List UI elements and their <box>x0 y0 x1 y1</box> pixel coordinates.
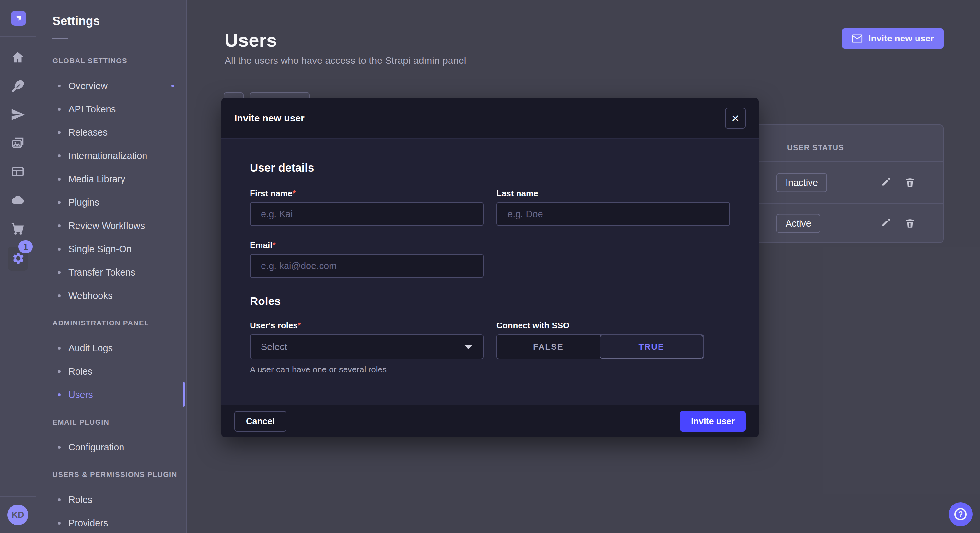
modal-body: User details First name* Last name Email… <box>221 139 759 405</box>
sso-toggle: FALSE TRUE <box>496 334 704 359</box>
modal-header: Invite new user × <box>221 98 759 139</box>
roles-heading: Roles <box>250 295 730 308</box>
required-asterisk: * <box>272 240 275 250</box>
roles-select-value: Select <box>261 342 287 352</box>
first-name-field: First name* <box>250 189 484 226</box>
email-field: Email* <box>250 240 484 278</box>
chevron-down-icon <box>464 344 473 349</box>
sso-field: Connect with SSO FALSE TRUE <box>496 320 730 374</box>
invite-user-modal: Invite new user × User details First nam… <box>221 98 759 437</box>
close-button[interactable]: × <box>725 108 746 128</box>
roles-select[interactable]: Select <box>250 334 484 359</box>
email-input[interactable] <box>250 254 484 278</box>
last-name-field: Last name <box>496 189 730 226</box>
cancel-button[interactable]: Cancel <box>234 411 286 431</box>
first-name-input[interactable] <box>250 202 484 226</box>
roles-hint: A user can have one or several roles <box>250 365 484 374</box>
sso-label: Connect with SSO <box>496 320 730 330</box>
required-asterisk: * <box>298 320 301 330</box>
modal-footer: Cancel Invite user <box>221 405 759 437</box>
last-name-input[interactable] <box>496 202 730 226</box>
user-roles-label: User's roles* <box>250 320 484 330</box>
close-icon: × <box>732 112 739 125</box>
user-roles-field: User's roles* Select A user can have one… <box>250 320 484 374</box>
first-name-label: First name* <box>250 189 484 198</box>
modal-title: Invite new user <box>234 113 305 124</box>
required-asterisk: * <box>293 189 296 198</box>
strapi-admin: 1 KD Settings GLOBAL SETTINGS Overview A… <box>0 0 980 533</box>
sso-true-option[interactable]: TRUE <box>600 335 703 359</box>
user-details-heading: User details <box>250 161 730 174</box>
invite-user-submit-button[interactable]: Invite user <box>680 411 746 431</box>
sso-false-option[interactable]: FALSE <box>497 335 600 359</box>
last-name-label: Last name <box>496 189 730 198</box>
email-label: Email* <box>250 240 484 250</box>
